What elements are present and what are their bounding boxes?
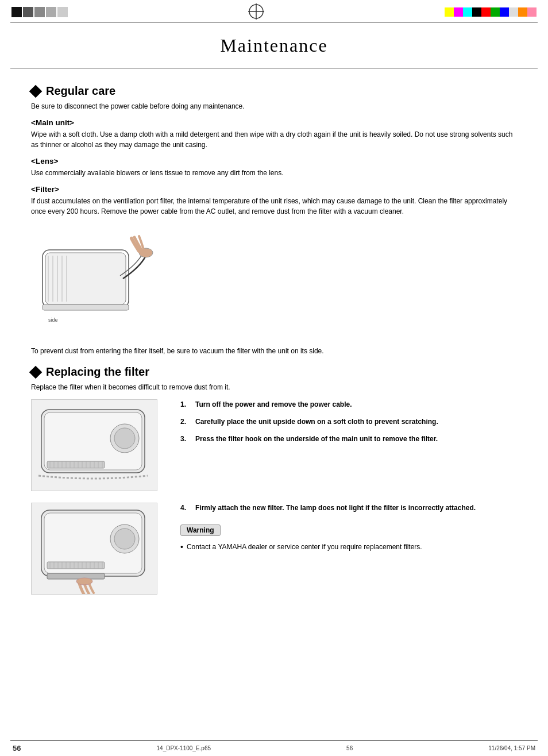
- replacing-filter-intro: Replace the filter when it becomes diffi…: [31, 382, 517, 392]
- swatch-lightgray: [46, 7, 56, 17]
- replacing-filter-heading: Replacing the filter: [31, 365, 517, 379]
- main-unit-text: Wipe with a soft cloth. Use a damp cloth…: [31, 129, 517, 150]
- filter-illustration: side: [31, 227, 517, 339]
- svg-rect-51: [47, 573, 105, 579]
- swatch-orange: [518, 7, 527, 17]
- replacing-filter-title: Replacing the filter: [46, 365, 149, 379]
- filter-text: If dust accumulates on the ventilation p…: [31, 196, 517, 217]
- svg-point-31: [114, 428, 135, 449]
- diamond-icon: [29, 84, 43, 98]
- svg-rect-15: [47, 461, 105, 468]
- swatch-white: [509, 7, 518, 17]
- regular-care-heading: Regular care: [31, 84, 517, 98]
- color-swatches-right: [445, 7, 537, 17]
- projector-img-placeholder-1: [31, 399, 157, 491]
- footer-datetime: 11/26/04, 1:57 PM: [488, 745, 535, 751]
- swatch-blue: [500, 7, 509, 17]
- step-1-num: 1.: [180, 399, 191, 410]
- filter-image: side: [31, 227, 157, 339]
- step-3-num: 3.: [180, 434, 191, 444]
- step-4: 4. Firmly attach the new filter. The lam…: [180, 503, 517, 513]
- swatch-midgray: [34, 7, 45, 17]
- projector-img-placeholder-2: [31, 503, 157, 595]
- swatch-lighter: [57, 7, 68, 17]
- projector-image-1: [31, 399, 163, 491]
- corner-marks-left: [11, 7, 68, 17]
- swatch-magenta: [454, 7, 463, 17]
- step-4-num: 4.: [180, 503, 191, 513]
- swatch-green: [491, 7, 500, 17]
- page-title-area: Maintenance: [0, 22, 548, 63]
- steps-1-3-layout: 1. Turn off the power and remove the pow…: [31, 399, 517, 491]
- lens-text: Use commercially available blowers or le…: [31, 168, 517, 178]
- swatch-darkgray: [23, 7, 33, 17]
- step-2-num: 2.: [180, 416, 191, 427]
- step-3-text: Press the filter hook on the underside o…: [195, 434, 438, 444]
- svg-point-52: [76, 578, 92, 585]
- warning-text: Contact a YAMAHA dealer or service cente…: [187, 542, 422, 552]
- projector-image-2: [31, 503, 163, 595]
- bottom-area: 56 14_DPX-1100_E.p65 56 11/26/04, 1:57 P…: [0, 740, 548, 756]
- warning-bullet: • Contact a YAMAHA dealer or service cen…: [180, 542, 517, 552]
- page-title: Maintenance: [0, 35, 548, 56]
- step-2: 2. Carefully place the unit upside down …: [180, 416, 517, 427]
- warning-badge: Warning: [180, 524, 221, 536]
- footer-page: 56: [346, 745, 353, 751]
- center-reg-mark: [248, 3, 264, 21]
- bullet-symbol: •: [180, 542, 183, 552]
- swatch-yellow: [445, 7, 454, 17]
- svg-rect-11: [43, 304, 129, 310]
- warning-badge-container: Warning: [180, 520, 517, 539]
- main-unit-heading: <Main unit>: [31, 118, 517, 127]
- filter-heading: <Filter>: [31, 185, 517, 194]
- regular-care-title: Regular care: [46, 84, 115, 98]
- regular-care-intro: Be sure to disconnect the power cable be…: [31, 101, 517, 111]
- replacing-filter-section: Replacing the filter Replace the filter …: [31, 365, 517, 595]
- swatch-cyan: [463, 7, 472, 17]
- step-1-text: Turn off the power and remove the power …: [195, 399, 352, 410]
- step-4-text: Firmly attach the new filter. The lamp d…: [195, 503, 476, 513]
- swatch-k: [472, 7, 481, 17]
- top-marks-area: [0, 0, 548, 22]
- main-content: Regular care Be sure to disconnect the p…: [0, 68, 548, 605]
- step-4-layout: 4. Firmly attach the new filter. The lam…: [31, 503, 517, 595]
- footer-filename: 14_DPX-1100_E.p65: [157, 745, 211, 751]
- svg-point-50: [114, 529, 135, 549]
- steps-1-3: 1. Turn off the power and remove the pow…: [180, 399, 517, 451]
- swatch-black: [11, 7, 22, 17]
- swatch-pink: [527, 7, 537, 17]
- diamond-icon-2: [29, 365, 43, 379]
- bottom-info: 56 14_DPX-1100_E.p65 56 11/26/04, 1:57 P…: [0, 740, 548, 756]
- swatch-red: [481, 7, 491, 17]
- filter-caption: To prevent dust from entering the filter…: [31, 346, 517, 356]
- page-number: 56: [13, 744, 21, 753]
- svg-rect-34: [47, 562, 105, 569]
- step-4-content: 4. Firmly attach the new filter. The lam…: [180, 503, 517, 552]
- lens-heading: <Lens>: [31, 157, 517, 165]
- step-2-text: Carefully place the unit upside down on …: [195, 416, 438, 427]
- step-3: 3. Press the filter hook on the undersid…: [180, 434, 517, 444]
- svg-text:side: side: [48, 317, 58, 323]
- step-1: 1. Turn off the power and remove the pow…: [180, 399, 517, 410]
